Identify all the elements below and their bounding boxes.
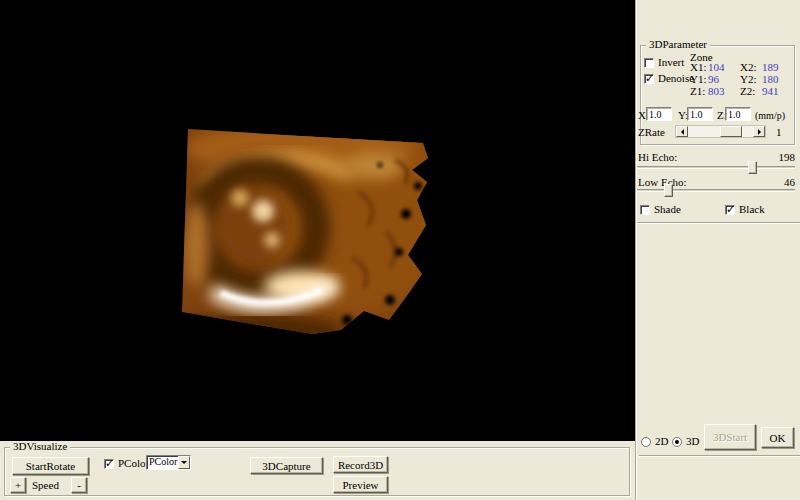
black-checkbox-label: Black	[739, 204, 765, 215]
scale-x-input[interactable]	[646, 107, 672, 121]
start-rotate-button[interactable]: StartRotate	[12, 457, 89, 475]
shade-checkbox[interactable]: Shade	[640, 204, 681, 215]
invert-checkbox-box[interactable]	[644, 58, 654, 68]
mode-3d-radio-label: 3D	[686, 436, 699, 447]
zrate-scrollbar[interactable]	[675, 125, 766, 138]
right-bottom-separator	[639, 455, 800, 457]
zone-y2-value: 180	[762, 74, 779, 85]
zone-z1-label: Z1:	[690, 86, 705, 97]
black-checkbox[interactable]: Black	[725, 204, 765, 215]
pcolor-checkbox[interactable]: PColor	[104, 458, 149, 469]
app-window: { "viewport": { "description": "3D ultra…	[0, 0, 800, 500]
ok-button[interactable]: OK	[761, 427, 794, 448]
panel-divider	[635, 0, 637, 500]
zone-z2-value: 941	[762, 86, 779, 97]
black-checkbox-box[interactable]	[725, 205, 735, 215]
hi-echo-label: Hi Echo:	[638, 152, 677, 163]
zone-x1-value: 104	[708, 62, 725, 73]
zrate-value: 1	[776, 127, 782, 138]
invert-checkbox[interactable]: Invert	[644, 57, 684, 68]
scale-z-input[interactable]	[725, 107, 751, 121]
pcolor-dropdown[interactable]: PColor	[146, 455, 191, 470]
zrate-left-arrow-icon[interactable]	[676, 126, 688, 137]
render-viewport[interactable]	[0, 0, 636, 441]
zrate-right-arrow-icon[interactable]	[753, 126, 765, 137]
zone-y2-label: Y2:	[740, 74, 757, 85]
scale-unit-label: (mm/p)	[755, 110, 785, 121]
start-3d-button[interactable]: 3DStart	[704, 424, 756, 450]
pcolor-checkbox-box[interactable]	[104, 459, 114, 469]
mode-2d-radio-label: 2D	[655, 436, 668, 447]
low-echo-slider-track[interactable]	[637, 189, 795, 192]
pcolor-dropdown-arrow-icon[interactable]	[178, 456, 190, 469]
parameter-separator	[637, 222, 800, 224]
zrate-scrollbar-thumb[interactable]	[720, 126, 742, 137]
shade-checkbox-label: Shade	[654, 204, 681, 215]
low-echo-value: 46	[760, 177, 795, 188]
zone-z1-value: 803	[708, 86, 725, 97]
mode-2d-radio-circle[interactable]	[641, 437, 651, 447]
scale-y-input[interactable]	[687, 107, 713, 121]
zone-y1-value: 96	[708, 74, 719, 85]
speed-label: Speed	[32, 480, 59, 491]
invert-checkbox-label: Invert	[658, 57, 684, 68]
hi-echo-slider-track[interactable]	[637, 166, 795, 169]
shade-checkbox-box[interactable]	[640, 205, 650, 215]
capture-3d-button[interactable]: 3DCapture	[250, 457, 323, 474]
mode-2d-radio[interactable]: 2D	[641, 436, 668, 447]
zone-y1-label: Y1:	[690, 74, 707, 85]
zone-z2-label: Z2:	[740, 86, 755, 97]
zrate-label: ZRate	[638, 127, 665, 138]
record-3d-button[interactable]: Record3D	[333, 456, 388, 473]
ultrasound-render	[0, 0, 636, 441]
denoise-checkbox-label: Denoise	[658, 73, 694, 84]
zone-x2-label: X2:	[740, 62, 757, 73]
low-echo-slider-thumb[interactable]	[664, 184, 673, 197]
speed-plus-button[interactable]: +	[10, 477, 26, 493]
visualize-group-title: 3DVisualize	[10, 441, 70, 452]
zone-x2-value: 189	[762, 62, 779, 73]
low-echo-label: Low Echo:	[638, 177, 687, 188]
zone-x1-label: X1:	[690, 62, 707, 73]
pcolor-dropdown-value: PColor	[147, 456, 178, 469]
denoise-checkbox-box[interactable]	[644, 74, 654, 84]
hi-echo-slider-thumb[interactable]	[748, 161, 757, 174]
denoise-checkbox[interactable]: Denoise	[644, 73, 694, 84]
pcolor-checkbox-label: PColor	[118, 458, 149, 469]
mode-3d-radio-circle[interactable]	[672, 437, 682, 447]
preview-button[interactable]: Preview	[333, 476, 388, 493]
parameter-group-title: 3DParameter	[646, 39, 710, 50]
mode-3d-radio[interactable]: 3D	[672, 436, 699, 447]
hi-echo-value: 198	[760, 152, 795, 163]
speed-minus-button[interactable]: -	[71, 477, 87, 493]
